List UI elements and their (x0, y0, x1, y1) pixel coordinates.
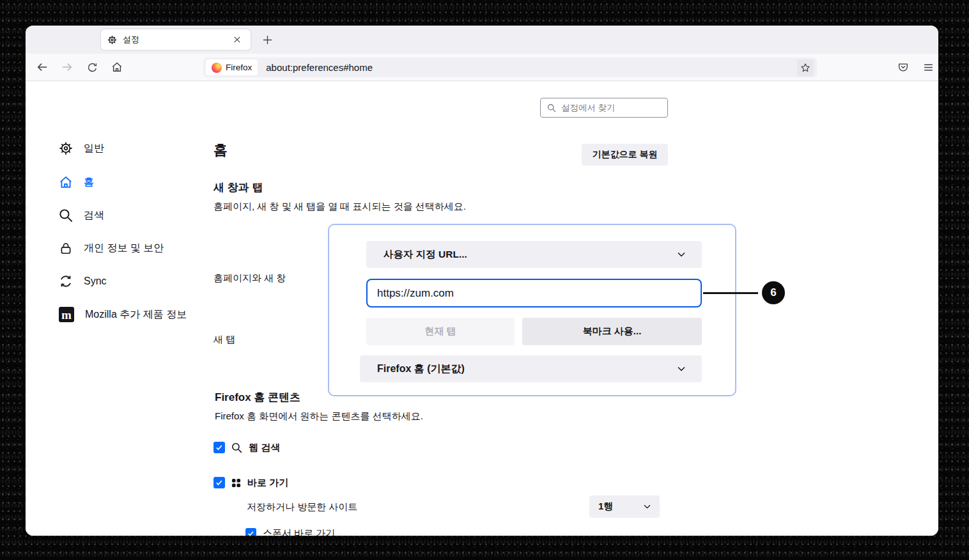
homepage-select[interactable]: 사용자 지정 URL... (366, 241, 702, 268)
homepage-highlight-box: 사용자 지정 URL... 현재 탭 북마크 사용... Firefox 홈 (… (328, 224, 736, 396)
sponsored-shortcuts-row: 스폰서 바로 가기 (245, 527, 335, 536)
restore-defaults-button[interactable]: 기본값으로 복원 (582, 144, 668, 166)
sponsored-shortcuts-checkbox[interactable] (245, 528, 256, 536)
checkbox-label: 바로 가기 (247, 477, 288, 489)
use-current-tab-button: 현재 탭 (366, 318, 515, 345)
newtab-row-label: 새 탭 (213, 334, 235, 346)
tab-title: 설정 (123, 34, 224, 45)
tab-settings[interactable]: 설정 (101, 29, 251, 50)
shortcuts-row: 바로 가기 (213, 476, 288, 489)
homepage-select-value: 사용자 지정 URL... (384, 248, 467, 261)
identity-chip[interactable]: Firefox (206, 59, 258, 75)
shortcuts-grid-icon (231, 478, 241, 488)
page-title: 홈 (213, 141, 228, 160)
section-description-new-windows: 홈페이지, 새 창 및 새 탭을 열 때 표시되는 것을 선택하세요. (213, 201, 466, 213)
url-text: about:preferences#home (266, 62, 373, 73)
sidebar-item-general[interactable]: 일반 (59, 140, 104, 157)
checkbox-label: 스폰서 바로 가기 (263, 527, 335, 536)
back-icon[interactable] (32, 57, 52, 77)
sidebar-item-label: Mozilla 추가 제품 정보 (85, 308, 187, 322)
gear-icon (59, 141, 73, 155)
chevron-down-icon (678, 252, 685, 257)
navigation-bar: Firefox about:preferences#home (26, 54, 938, 81)
new-tab-button[interactable] (258, 31, 276, 49)
callout-step-badge: 6 (762, 281, 785, 304)
saved-sites-label: 저장하거나 방문한 사이트 (247, 501, 357, 513)
identity-chip-label: Firefox (226, 63, 252, 72)
sidebar-item-privacy[interactable]: 개인 정보 및 보안 (59, 240, 164, 256)
web-search-row: 웹 검색 (213, 441, 280, 454)
homepage-url-input[interactable] (366, 279, 702, 307)
checkbox-label: 웹 검색 (249, 442, 280, 454)
sync-icon (59, 274, 73, 288)
sidebar-item-sync[interactable]: Sync (59, 273, 107, 290)
tab-bar: 설정 (26, 26, 938, 54)
rows-select[interactable]: 1행 (589, 495, 660, 518)
sidebar-item-label: 개인 정보 및 보안 (84, 242, 164, 255)
sidebar-item-search[interactable]: 검색 (59, 207, 104, 224)
section-title-home-content: Firefox 홈 콘텐츠 (215, 390, 300, 405)
shortcuts-checkbox[interactable] (213, 477, 225, 488)
sidebar-item-label: 홈 (84, 176, 94, 189)
home-icon[interactable] (107, 57, 127, 77)
search-icon (547, 104, 556, 113)
forward-icon[interactable] (57, 57, 77, 77)
lock-icon (59, 241, 73, 255)
gear-icon (107, 35, 117, 45)
callout-connector-line (703, 292, 758, 294)
pocket-icon[interactable] (893, 57, 913, 77)
settings-search-box[interactable] (540, 98, 668, 118)
sidebar-item-label: 검색 (84, 209, 104, 222)
section-title-new-windows: 새 창과 탭 (213, 180, 263, 195)
reload-icon[interactable] (82, 57, 102, 77)
browser-window: 설정 Firefox (26, 26, 938, 536)
sidebar-item-label: 일반 (84, 142, 104, 155)
settings-search-input[interactable] (561, 103, 661, 113)
sidebar-item-more-from-mozilla[interactable]: m Mozilla 추가 제품 정보 (59, 306, 187, 323)
bookmark-star-icon[interactable] (797, 59, 814, 76)
homepage-row-label: 홈페이지와 새 창 (213, 272, 286, 284)
sidebar-item-label: Sync (84, 276, 107, 287)
home-icon (59, 175, 73, 189)
hamburger-menu-icon[interactable] (918, 57, 938, 77)
settings-page: 일반 홈 검색 개인 정보 및 보안 (26, 81, 938, 536)
search-icon (231, 442, 242, 453)
mozilla-m-icon: m (59, 307, 74, 322)
newtab-select[interactable]: Firefox 홈 (기본값) (360, 355, 702, 382)
firefox-logo-icon (212, 63, 222, 73)
web-search-checkbox[interactable] (213, 442, 225, 453)
section-description-home-content: Firefox 홈 화면에서 원하는 콘텐츠를 선택하세요. (215, 410, 423, 423)
newtab-select-value: Firefox 홈 (기본값) (377, 362, 465, 376)
rows-select-value: 1행 (598, 501, 613, 513)
tab-close-icon[interactable] (230, 33, 244, 47)
sidebar-item-home[interactable]: 홈 (59, 174, 94, 191)
url-bar[interactable]: Firefox about:preferences#home (203, 58, 817, 77)
search-icon (59, 208, 73, 222)
chevron-down-icon (644, 504, 651, 509)
chevron-down-icon (678, 366, 685, 371)
use-bookmark-button[interactable]: 북마크 사용... (522, 318, 702, 345)
